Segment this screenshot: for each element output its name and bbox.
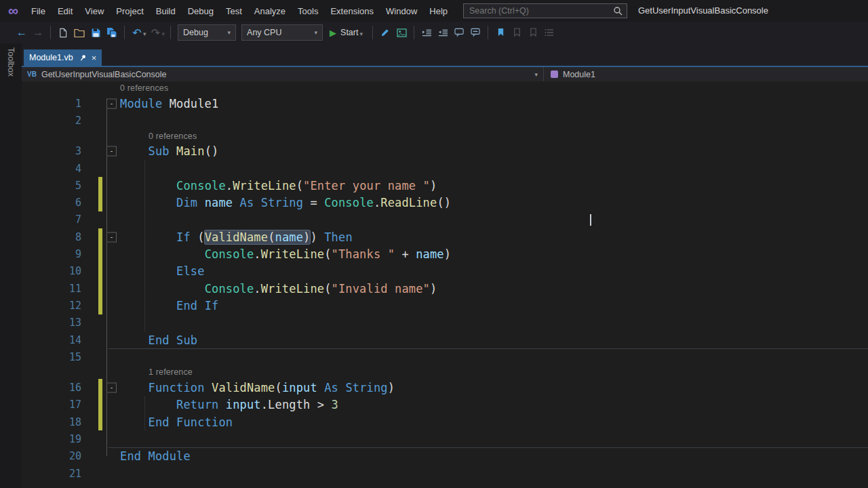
code-text[interactable]: Else bbox=[120, 263, 868, 280]
code-line[interactable]: 13 bbox=[22, 314, 868, 331]
codelens-references-link[interactable]: 0 references bbox=[149, 131, 197, 141]
menu-item-project[interactable]: Project bbox=[110, 0, 149, 22]
tab-module1[interactable]: Module1.vb × bbox=[24, 49, 102, 66]
open-file-icon[interactable] bbox=[71, 24, 87, 41]
code-text[interactable]: 1 reference bbox=[120, 365, 868, 379]
code-text[interactable]: End Module bbox=[120, 448, 868, 465]
code-text[interactable]: End Sub bbox=[120, 331, 868, 348]
code-line[interactable]: 19 bbox=[22, 430, 868, 447]
code-text[interactable] bbox=[120, 430, 868, 447]
search-icon[interactable] bbox=[613, 6, 623, 16]
code-text[interactable] bbox=[120, 465, 868, 482]
code-text[interactable]: Sub Main() bbox=[120, 143, 868, 160]
menu-item-test[interactable]: Test bbox=[220, 0, 248, 22]
code-text[interactable]: Module Module1 bbox=[120, 95, 868, 112]
undo-dropdown-caret[interactable]: ▾ bbox=[143, 30, 146, 37]
solution-platform-dropdown[interactable]: Any CPU▾ bbox=[241, 24, 323, 41]
code-editor[interactable]: 0 references1-Module Module120 reference… bbox=[22, 81, 868, 488]
code-text[interactable] bbox=[120, 160, 868, 177]
menu-item-file[interactable]: File bbox=[25, 0, 52, 22]
code-text[interactable]: End If bbox=[120, 297, 868, 314]
code-text[interactable]: 0 references bbox=[120, 81, 868, 95]
search-box[interactable] bbox=[463, 3, 627, 18]
code-text[interactable]: Console.WriteLine("Invalid name") bbox=[120, 280, 868, 297]
menu-item-debug[interactable]: Debug bbox=[182, 0, 220, 22]
bookmark-toggle-icon[interactable] bbox=[492, 24, 509, 41]
code-line[interactable]: 16- Function ValidName(input As String) bbox=[22, 379, 868, 396]
chevron-down-icon[interactable]: ▾ bbox=[534, 71, 538, 78]
fold-collapse-box[interactable]: - bbox=[106, 98, 117, 108]
code-text[interactable]: End Function bbox=[120, 413, 868, 430]
navigate-back-icon[interactable]: ← bbox=[14, 24, 30, 41]
code-line[interactable]: 3- Sub Main() bbox=[22, 143, 868, 160]
project-dropdown[interactable]: VB GetUserInputVisualBasicConsole ▾ bbox=[22, 67, 544, 81]
member-dropdown[interactable]: Module1 bbox=[544, 67, 868, 81]
solution-configuration-dropdown[interactable]: Debug▾ bbox=[178, 24, 236, 41]
bookmark-list-icon[interactable] bbox=[541, 24, 557, 41]
menu-item-window[interactable]: Window bbox=[380, 0, 423, 22]
code-text[interactable]: Console.WriteLine("Thanks " + name) bbox=[120, 245, 868, 262]
code-line[interactable]: 14 End Sub bbox=[22, 331, 868, 348]
menu-item-extensions[interactable]: Extensions bbox=[324, 0, 380, 22]
code-line[interactable]: 8- If (ValidName(name)) Then bbox=[22, 228, 868, 245]
close-icon[interactable]: × bbox=[92, 53, 97, 63]
visual-studio-logo-icon[interactable]: ∞ bbox=[8, 0, 18, 22]
indent-icon[interactable] bbox=[418, 24, 435, 41]
code-line[interactable]: 7 bbox=[22, 211, 868, 228]
comment-icon[interactable] bbox=[451, 24, 467, 41]
code-text[interactable] bbox=[120, 211, 868, 228]
fold-collapse-box[interactable]: - bbox=[106, 383, 117, 393]
code-line[interactable]: 5 Console.WriteLine("Enter your name ") bbox=[22, 177, 868, 194]
menu-item-edit[interactable]: Edit bbox=[52, 0, 79, 22]
fold-collapse-box[interactable]: - bbox=[106, 146, 117, 157]
screenshot-icon[interactable] bbox=[393, 24, 410, 41]
next-bookmark-icon[interactable] bbox=[525, 24, 541, 41]
code-line[interactable]: 4 bbox=[22, 160, 868, 177]
code-line[interactable]: 21 bbox=[22, 465, 868, 482]
navigate-forward-icon[interactable]: → bbox=[30, 24, 46, 41]
code-line[interactable]: 17 Return input.Length > 3 bbox=[22, 396, 868, 413]
toolbox-tab[interactable]: Toolbox bbox=[6, 47, 16, 77]
code-text[interactable]: Function ValidName(input As String) bbox=[120, 379, 868, 396]
code-line[interactable]: 1-Module Module1 bbox=[22, 95, 868, 112]
code-text[interactable] bbox=[120, 314, 868, 331]
code-line[interactable]: 10 Else bbox=[22, 263, 868, 280]
start-debugging-button[interactable]: ▶ Start ▾ bbox=[330, 28, 364, 38]
code-token: ValidName bbox=[212, 381, 275, 394]
menu-item-help[interactable]: Help bbox=[423, 0, 454, 22]
quick-actions-icon[interactable] bbox=[377, 24, 393, 41]
code-line[interactable]: 12 End If bbox=[22, 297, 868, 314]
codelens-references-link[interactable]: 1 reference bbox=[149, 367, 193, 377]
code-text[interactable]: If (ValidName(name)) Then bbox=[120, 228, 868, 245]
save-all-icon[interactable] bbox=[104, 24, 120, 41]
outlining-margin bbox=[102, 263, 120, 280]
code-text[interactable] bbox=[120, 348, 868, 365]
prev-bookmark-icon[interactable] bbox=[509, 24, 525, 41]
start-dropdown-caret[interactable]: ▾ bbox=[359, 30, 363, 37]
code-line[interactable]: 20End Module bbox=[22, 448, 868, 465]
code-line[interactable]: 9 Console.WriteLine("Thanks " + name) bbox=[22, 245, 868, 262]
save-icon[interactable] bbox=[87, 24, 104, 41]
code-line[interactable]: 6 Dim name As String = Console.ReadLine(… bbox=[22, 194, 868, 211]
redo-dropdown-caret[interactable]: ▾ bbox=[162, 30, 165, 37]
code-text[interactable]: 0 references bbox=[120, 129, 868, 143]
search-input[interactable] bbox=[468, 5, 613, 16]
code-line[interactable]: 18 End Function bbox=[22, 413, 868, 430]
pin-icon[interactable] bbox=[79, 54, 87, 62]
menu-item-view[interactable]: View bbox=[79, 0, 110, 22]
unindent-icon[interactable] bbox=[435, 24, 451, 41]
code-text[interactable] bbox=[120, 112, 868, 129]
code-line[interactable]: 15 bbox=[22, 348, 868, 365]
code-text[interactable]: Return input.Length > 3 bbox=[120, 396, 868, 413]
menu-item-analyze[interactable]: Analyze bbox=[248, 0, 292, 22]
code-line[interactable]: 11 Console.WriteLine("Invalid name") bbox=[22, 280, 868, 297]
code-line[interactable]: 2 bbox=[22, 112, 868, 129]
new-project-icon[interactable] bbox=[55, 24, 71, 41]
fold-collapse-box[interactable]: - bbox=[106, 232, 117, 242]
menu-item-build[interactable]: Build bbox=[150, 0, 182, 22]
codelens-references-link[interactable]: 0 references bbox=[120, 83, 168, 93]
code-text[interactable]: Dim name As String = Console.ReadLine() bbox=[120, 194, 868, 211]
menu-item-tools[interactable]: Tools bbox=[292, 0, 324, 22]
code-text[interactable]: Console.WriteLine("Enter your name ") bbox=[120, 177, 868, 194]
uncomment-icon[interactable] bbox=[467, 24, 484, 41]
